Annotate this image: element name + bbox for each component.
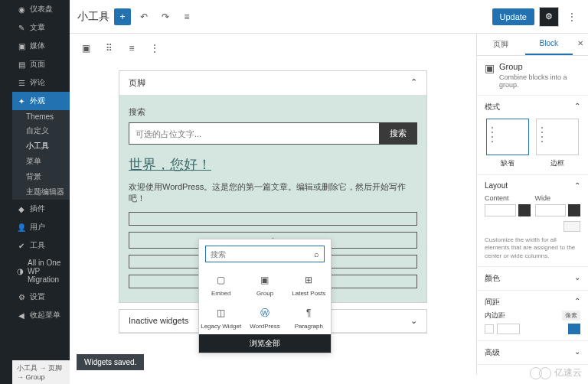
widget-area-title: 页脚 xyxy=(129,77,145,89)
search-icon: ⌕ xyxy=(314,249,319,259)
chevron-up-icon[interactable]: ⌃ xyxy=(574,102,580,112)
users-icon: 👤 xyxy=(17,223,26,232)
wordpress-icon: Ⓦ xyxy=(258,306,272,320)
admin-sidebar: ◉仪表盘 ✎文章 ▣媒体 ▤页面 ☰评论 ✦外观 Themes 自定义 小工具 … xyxy=(12,0,70,384)
wide-width-input[interactable] xyxy=(535,204,567,216)
drag-handle-icon[interactable]: ⠿ xyxy=(100,40,117,57)
menu-migration[interactable]: ◑All in One WP Migration xyxy=(12,255,70,288)
block-toolbar: ▣ ⠿ ≡ ⋮ xyxy=(70,34,476,63)
block-more-button[interactable]: ⋮ xyxy=(146,40,163,57)
settings-button[interactable]: ⚙ xyxy=(539,7,559,27)
layout-hint: Customize the width for all elements tha… xyxy=(485,236,580,260)
padding-apply-button[interactable] xyxy=(568,324,580,334)
menu-media[interactable]: ▣媒体 xyxy=(12,37,70,55)
collapse-icon: ◀ xyxy=(17,311,26,320)
submenu-menus[interactable]: 菜单 xyxy=(12,154,70,169)
inserter-paragraph[interactable]: ¶Paragraph xyxy=(287,301,331,334)
section-color-label: 颜色 xyxy=(485,273,500,284)
layout-reset-button[interactable] xyxy=(564,221,580,232)
section-dimensions-label: 间距 xyxy=(485,297,500,308)
menu-tools[interactable]: ✔工具 xyxy=(12,236,70,255)
menu-posts[interactable]: ✎文章 xyxy=(12,18,70,37)
layout-wide-label: Wide xyxy=(535,194,581,202)
layout-content-label: Content xyxy=(485,194,531,202)
search-button[interactable]: 搜索 xyxy=(379,122,417,145)
menu-comments[interactable]: ☰评论 xyxy=(12,73,70,92)
inserter-search-input[interactable] xyxy=(211,250,314,259)
page-title: 小工具 xyxy=(77,10,109,24)
menu-collapse[interactable]: ◀收起菜单 xyxy=(12,306,70,324)
chevron-down-icon[interactable]: ⌄ xyxy=(574,273,580,284)
chevron-up-icon[interactable]: ⌃ xyxy=(574,297,580,308)
inserter-group[interactable]: ▣Group xyxy=(243,268,286,301)
more-button[interactable]: ⋮ xyxy=(564,8,580,25)
inserter-latest-posts[interactable]: ⊞Latest Posts xyxy=(287,268,331,301)
section-style-label: 模式 xyxy=(485,102,500,112)
inserter-embed[interactable]: ▢Embed xyxy=(199,268,243,301)
inserter-wordpress[interactable]: ⓌWordPress xyxy=(243,301,286,334)
search-label: 搜索 xyxy=(129,106,417,118)
menu-users[interactable]: 👤用户 xyxy=(12,218,70,236)
hello-heading[interactable]: 世界，您好！ xyxy=(129,155,417,174)
breadcrumb: 小工具 → 页脚 → Group xyxy=(12,360,70,384)
submenu-background[interactable]: 背景 xyxy=(12,169,70,184)
padding-link-toggle[interactable] xyxy=(485,324,494,334)
save-toast: Widgets saved. xyxy=(77,354,144,370)
editor-topbar: 小工具 + ↶ ↷ ≡ Update ⚙ ⋮ xyxy=(70,0,588,34)
chevron-up-icon[interactable]: ⌃ xyxy=(574,181,580,190)
submenu-theme-editor[interactable]: 主题编辑器 xyxy=(12,184,70,200)
migration-icon: ◑ xyxy=(17,267,24,276)
chevron-down-icon[interactable]: ⌄ xyxy=(574,347,580,358)
menu-settings[interactable]: ⚙设置 xyxy=(12,288,70,306)
inactive-widgets-title: Inactive widgets xyxy=(129,316,188,326)
block-description: Combine blocks into a group. xyxy=(499,73,580,89)
tab-block[interactable]: Block xyxy=(525,34,573,55)
close-inspector-button[interactable]: ✕ xyxy=(573,34,588,55)
menu-dashboard[interactable]: ◉仪表盘 xyxy=(12,0,70,18)
search-input[interactable] xyxy=(129,122,379,145)
update-button[interactable]: Update xyxy=(492,8,534,25)
tools-icon: ✔ xyxy=(17,241,26,250)
group-icon: ▣ xyxy=(485,62,495,74)
style-outline[interactable]: 边框 xyxy=(535,119,581,168)
padding-unit-badge: 像素 xyxy=(562,311,580,321)
browse-all-button[interactable]: 浏览全部 xyxy=(199,334,331,353)
embed-icon: ▢ xyxy=(214,273,228,287)
block-inspector: 页脚 Block ✕ ▣ Group Combine blocks into a… xyxy=(476,34,588,375)
submenu-themes[interactable]: Themes xyxy=(12,110,70,123)
appearance-icon: ✦ xyxy=(17,96,26,106)
block-name: Group xyxy=(499,62,580,71)
widget-area-header[interactable]: 页脚 ⌃ xyxy=(119,71,426,96)
group-icon: ▣ xyxy=(258,273,272,287)
padding-label: 内边距 xyxy=(485,311,505,321)
paragraph-icon: ¶ xyxy=(302,306,315,320)
undo-button[interactable]: ↶ xyxy=(136,8,152,25)
wide-unit-button[interactable] xyxy=(568,204,580,216)
list-view-button[interactable]: ≡ xyxy=(178,8,195,25)
menu-appearance[interactable]: ✦外观 xyxy=(12,92,70,110)
content-unit-button[interactable] xyxy=(518,204,531,216)
inserter-legacy-widget[interactable]: ◫Legacy Widget xyxy=(199,301,243,334)
padding-input[interactable] xyxy=(497,324,520,334)
submenu-customize[interactable]: 自定义 xyxy=(12,123,70,138)
redo-button[interactable]: ↷ xyxy=(157,8,174,25)
content-width-input[interactable] xyxy=(485,204,516,216)
align-button[interactable]: ≡ xyxy=(123,40,140,57)
tab-widget-area[interactable]: 页脚 xyxy=(477,34,525,55)
group-block-outline[interactable] xyxy=(129,212,417,226)
add-block-button[interactable]: + xyxy=(114,8,131,25)
comments-icon: ☰ xyxy=(17,78,26,87)
chevron-down-icon: ⌄ xyxy=(410,316,417,326)
welcome-text: 欢迎使用WordPress。这是您的第一篇文章。编辑或删除它，然后开始写作吧！ xyxy=(129,181,417,204)
menu-plugins[interactable]: ◆插件 xyxy=(12,200,70,218)
block-inserter-popover: ⌕ ▢Embed ▣Group ⊞Latest Posts ◫Legacy Wi… xyxy=(198,239,332,353)
submenu-widgets[interactable]: 小工具 xyxy=(12,138,70,154)
block-type-icon[interactable]: ▣ xyxy=(77,40,94,57)
style-default[interactable]: 缺省 xyxy=(485,119,531,168)
menu-pages[interactable]: ▤页面 xyxy=(12,55,70,73)
pages-icon: ▤ xyxy=(17,60,26,69)
posts-icon: ✎ xyxy=(17,23,26,32)
dashboard-icon: ◉ xyxy=(17,5,26,14)
legacy-widget-icon: ◫ xyxy=(214,306,228,320)
admin-bar xyxy=(0,0,12,384)
